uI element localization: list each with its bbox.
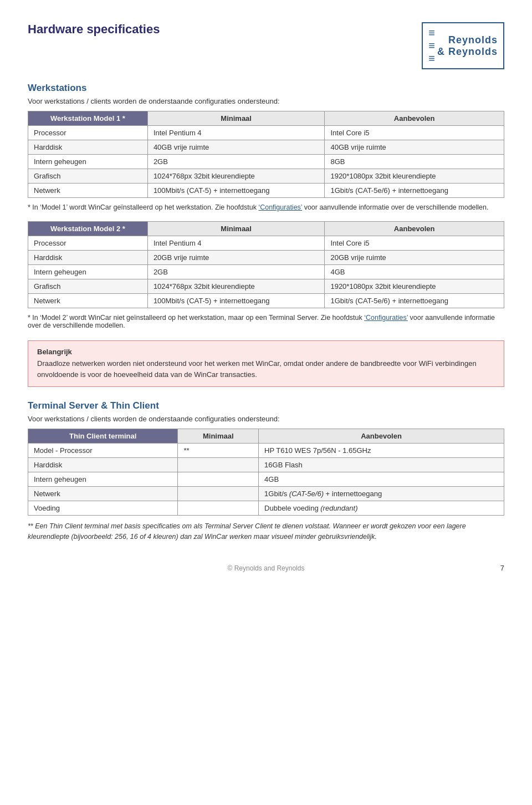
thin-col1-header: Thin Client terminal <box>28 429 178 444</box>
row-minimaal: 2GB <box>147 155 325 169</box>
row-aanbevolen: 20GB vrije ruimte <box>325 251 504 265</box>
row-label: Harddisk <box>28 140 148 155</box>
werkstations-title: Werkstations <box>28 83 504 94</box>
table-row: Processor Intel Pentium 4 Intel Core i5 <box>28 236 504 251</box>
model1-col2-header: Minimaal <box>147 111 325 126</box>
terminal-section-intro: Voor werkstations / clients worden de on… <box>28 415 504 423</box>
row-aanbevolen: Intel Core i5 <box>325 236 504 251</box>
row-aanbevolen: 16GB Flash <box>259 458 504 472</box>
row-minimaal: 1024*768px 32bit kleurendiepte <box>147 279 325 294</box>
important-box: Belangrijk Draadloze netwerken worden ni… <box>28 340 504 387</box>
row-minimaal <box>178 487 259 501</box>
row-minimaal: Intel Pentium 4 <box>147 126 325 140</box>
row-label: Intern geheugen <box>28 155 148 169</box>
terminal-section-title: Terminal Server & Thin Client <box>28 400 504 411</box>
logo-symbol: ≡≡≡ <box>428 27 435 65</box>
row-minimaal: 1024*768px 32bit kleurendiepte <box>147 169 325 184</box>
table-row: Model - Processor ** HP T610 WES 7p/56N … <box>28 444 504 458</box>
row-label: Grafisch <box>28 279 148 294</box>
table-row: Grafisch 1024*768px 32bit kleurendiepte … <box>28 169 504 184</box>
row-aanbevolen: HP T610 WES 7p/56N - 1.65GHz <box>259 444 504 458</box>
table-row: Intern geheugen 2GB 8GB <box>28 155 504 169</box>
table-row: Harddisk 20GB vrije ruimte 20GB vrije ru… <box>28 251 504 265</box>
configuraties-link1[interactable]: ‘Configuraties’ <box>258 203 302 211</box>
row-minimaal: 100Mbit/s (CAT-5) + internettoegang <box>147 294 325 308</box>
row-minimaal <box>178 501 259 516</box>
row-label: Model - Processor <box>28 444 178 458</box>
page-footer: © Reynolds and Reynolds 7 <box>28 564 504 572</box>
row-label: Intern geheugen <box>28 472 178 487</box>
terminal-section: Terminal Server & Thin Client Voor werks… <box>28 400 504 542</box>
model2-col2-header: Minimaal <box>147 222 325 236</box>
table-row: Grafisch 1024*768px 32bit kleurendiepte … <box>28 279 504 294</box>
logo-box: ≡≡≡ Reynolds & Reynolds <box>422 22 504 69</box>
row-label: Netwerk <box>28 294 148 308</box>
row-aanbevolen: 8GB <box>325 155 504 169</box>
row-aanbevolen: 1920*1080px 32bit kleurendiepte <box>325 279 504 294</box>
row-aanbevolen: 1920*1080px 32bit kleurendiepte <box>325 169 504 184</box>
page-number: 7 <box>500 564 504 572</box>
table-row: Netwerk 100Mbit/s (CAT-5) + internettoeg… <box>28 184 504 198</box>
row-aanbevolen: Intel Core i5 <box>325 126 504 140</box>
important-text: Draadloze netwerken worden niet onderste… <box>37 358 495 380</box>
row-label: Netwerk <box>28 487 178 501</box>
model1-col3-header: Aanbevolen <box>325 111 504 126</box>
configuraties-link2[interactable]: ‘Configuraties’ <box>364 314 408 322</box>
row-aanbevolen: 4GB <box>259 472 504 487</box>
logo-text-top: Reynolds <box>437 34 498 46</box>
model2-col1-header: Werkstation Model 2 * <box>28 222 148 236</box>
row-minimaal <box>178 458 259 472</box>
thin-client-table: Thin Client terminal Minimaal Aanbevolen… <box>28 429 504 516</box>
row-label: Intern geheugen <box>28 265 148 279</box>
row-label: Harddisk <box>28 251 148 265</box>
row-aanbevolen: 1Gbit/s (CAT-5e/6) + internettoegang <box>259 487 504 501</box>
main-title: Hardware specificaties <box>28 22 160 37</box>
row-label: Harddisk <box>28 458 178 472</box>
logo-area: ≡≡≡ Reynolds & Reynolds <box>422 22 504 69</box>
page-header: Hardware specificaties ≡≡≡ Reynolds & Re… <box>28 22 504 69</box>
row-aanbevolen: Dubbele voeding (redundant) <box>259 501 504 516</box>
row-minimaal: 100Mbit/s (CAT-5) + internettoegang <box>147 184 325 198</box>
werkstations-section: Werkstations Voor werkstations / clients… <box>28 83 504 329</box>
table-row: Netwerk 100Mbit/s (CAT-5) + internettoeg… <box>28 294 504 308</box>
model1-col1-header: Werkstation Model 1 * <box>28 111 148 126</box>
row-label: Grafisch <box>28 169 148 184</box>
table-row: Processor Intel Pentium 4 Intel Core i5 <box>28 126 504 140</box>
table-row: Intern geheugen 2GB 4GB <box>28 265 504 279</box>
copyright-text: © Reynolds and Reynolds <box>228 564 305 572</box>
row-minimaal: 2GB <box>147 265 325 279</box>
row-minimaal <box>178 472 259 487</box>
thin-col3-header: Aanbevolen <box>259 429 504 444</box>
table-row: Netwerk 1Gbit/s (CAT-5e/6) + internettoe… <box>28 487 504 501</box>
row-aanbevolen: 1Gbit/s (CAT-5e/6) + internettoegang <box>325 294 504 308</box>
table-row: Intern geheugen 4GB <box>28 472 504 487</box>
row-aanbevolen: 40GB vrije ruimte <box>325 140 504 155</box>
model1-footnote1: * In ‘Model 1’ wordt WinCar geïnstalleer… <box>28 203 504 211</box>
important-title: Belangrijk <box>37 348 495 356</box>
table-row: Voeding Dubbele voeding (redundant) <box>28 501 504 516</box>
row-minimaal: 20GB vrije ruimte <box>147 251 325 265</box>
werkstations-intro: Voor werkstations / clients worden de on… <box>28 97 504 105</box>
model1-table: Werkstation Model 1 * Minimaal Aanbevole… <box>28 111 504 198</box>
table-row: Harddisk 40GB vrije ruimte 40GB vrije ru… <box>28 140 504 155</box>
model2-col3-header: Aanbevolen <box>325 222 504 236</box>
bottom-note: ** Een Thin Client terminal met basis sp… <box>28 521 504 542</box>
logo-text-bottom: & Reynolds <box>437 46 498 58</box>
row-label: Processor <box>28 236 148 251</box>
table-row: Harddisk 16GB Flash <box>28 458 504 472</box>
row-label: Netwerk <box>28 184 148 198</box>
row-aanbevolen: 1Gbit/s (CAT-5e/6) + internettoegang <box>325 184 504 198</box>
model2-table: Werkstation Model 2 * Minimaal Aanbevole… <box>28 221 504 308</box>
row-minimaal: 40GB vrije ruimte <box>147 140 325 155</box>
row-aanbevolen: 4GB <box>325 265 504 279</box>
row-minimaal: ** <box>178 444 259 458</box>
thin-col2-header: Minimaal <box>178 429 259 444</box>
model2-footnote: * In ‘Model 2’ wordt WinCar niet geïnsta… <box>28 314 504 329</box>
row-minimaal: Intel Pentium 4 <box>147 236 325 251</box>
row-label: Voeding <box>28 501 178 516</box>
row-label: Processor <box>28 126 148 140</box>
